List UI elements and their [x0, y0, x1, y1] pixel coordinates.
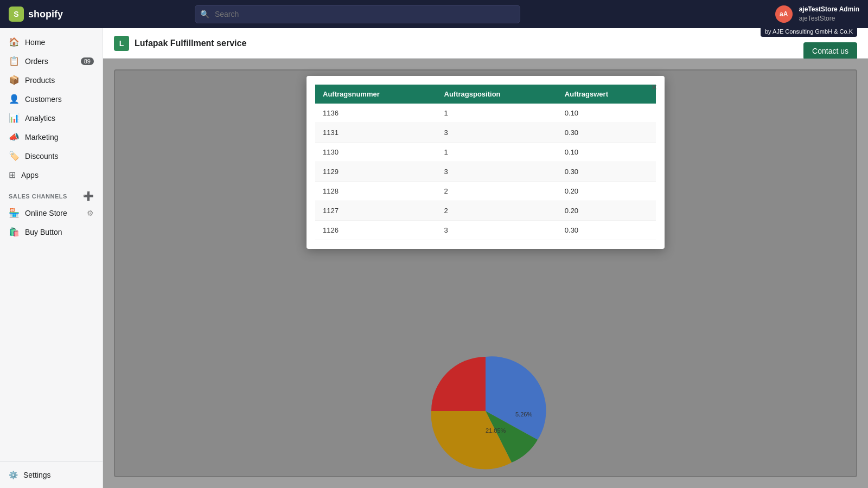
- contact-tooltip: by AJE Consulting GmbH & Co.K: [761, 28, 857, 37]
- app-frame: 5.26% 21.05% × Auftragsnummer Auftragspo…: [114, 69, 857, 477]
- table-cell: 1: [437, 104, 557, 123]
- top-navigation: S shopify 🔍 aA ajeTestStore Admin ajeTes…: [0, 0, 868, 28]
- sidebar: 🏠 Home 📋 Orders 89 📦 Products 👤 Customer…: [0, 28, 103, 488]
- table-cell: 3: [437, 123, 557, 143]
- table-cell: 0.10: [557, 143, 656, 162]
- orders-table: Auftragsnummer Auftragsposition Auftrags…: [315, 85, 656, 240]
- modal-overlay: × Auftragsnummer Auftragsposition Auftra…: [115, 70, 856, 476]
- table-row[interactable]: 113610.10: [315, 104, 656, 123]
- sidebar-item-marketing[interactable]: 📣 Marketing: [0, 127, 103, 146]
- col-header-auftragsposition: Auftragsposition: [437, 85, 557, 104]
- app-header: L Lufapak Fulfillment service by AJE Con…: [103, 28, 868, 59]
- shopify-logo-text: shopify: [28, 9, 63, 20]
- sidebar-item-orders[interactable]: 📋 Orders 89: [0, 52, 103, 70]
- online-store-settings-icon[interactable]: ⚙: [87, 209, 94, 217]
- sidebar-item-analytics[interactable]: 📊 Analytics: [0, 108, 103, 127]
- contact-button[interactable]: Contact us: [803, 42, 857, 60]
- customers-icon: 👤: [9, 94, 20, 104]
- sidebar-item-settings[interactable]: ⚙️ Settings: [0, 466, 103, 484]
- online-store-icon: 🏪: [9, 208, 20, 218]
- table-body: 113610.10113130.30113010.10112930.301128…: [315, 104, 656, 240]
- table-row[interactable]: 112820.20: [315, 182, 656, 201]
- search-input[interactable]: [195, 5, 520, 23]
- table-cell: 0.30: [557, 123, 656, 143]
- sales-channels-title: SALES CHANNELS: [9, 193, 67, 200]
- sidebar-label-products: Products: [25, 76, 55, 85]
- user-info: ajeTestStore Admin ajeTestStore: [799, 5, 859, 23]
- sidebar-label-online-store: Online Store: [25, 209, 67, 217]
- user-name: ajeTestStore Admin: [799, 5, 859, 14]
- shopify-logo-icon: S: [9, 7, 24, 22]
- table-row[interactable]: 112630.30: [315, 221, 656, 240]
- table-row[interactable]: 112930.30: [315, 162, 656, 182]
- nav-right: aA ajeTestStore Admin ajeTestStore: [775, 5, 859, 23]
- app-title-area: L Lufapak Fulfillment service: [114, 36, 246, 51]
- table-cell: 1130: [315, 143, 437, 162]
- table-cell: 1: [437, 143, 557, 162]
- table-cell: 1136: [315, 104, 437, 123]
- sidebar-label-orders: Orders: [25, 57, 48, 66]
- table-header-row: Auftragsnummer Auftragsposition Auftrags…: [315, 85, 656, 104]
- table-row[interactable]: 113010.10: [315, 143, 656, 162]
- table-cell: 3: [437, 221, 557, 240]
- modal-dialog: × Auftragsnummer Auftragsposition Auftra…: [307, 76, 665, 249]
- marketing-icon: 📣: [9, 132, 20, 142]
- search-icon: 🔍: [200, 10, 209, 18]
- discounts-icon: 🏷️: [9, 151, 20, 161]
- table-cell: 0.30: [557, 162, 656, 182]
- sidebar-item-apps[interactable]: ⊞ Apps: [0, 165, 103, 184]
- main-layout: 🏠 Home 📋 Orders 89 📦 Products 👤 Customer…: [0, 28, 868, 488]
- settings-icon: ⚙️: [9, 471, 18, 479]
- shopify-logo[interactable]: S shopify: [9, 7, 63, 22]
- table-cell: 0.20: [557, 201, 656, 221]
- table-cell: 1131: [315, 123, 437, 143]
- avatar[interactable]: aA: [775, 5, 793, 23]
- app-content: 5.26% 21.05% × Auftragsnummer Auftragspo…: [103, 59, 868, 488]
- sidebar-item-discounts[interactable]: 🏷️ Discounts: [0, 146, 103, 165]
- content-area: L Lufapak Fulfillment service by AJE Con…: [103, 28, 868, 488]
- sidebar-label-settings: Settings: [23, 471, 51, 479]
- table-cell: 2: [437, 182, 557, 201]
- user-store: ajeTestStore: [799, 14, 859, 23]
- table-cell: 3: [437, 162, 557, 182]
- sidebar-label-buy-button: Buy Button: [25, 228, 62, 236]
- sidebar-bottom: ⚙️ Settings: [0, 461, 103, 484]
- table-cell: 1127: [315, 201, 437, 221]
- sidebar-item-customers[interactable]: 👤 Customers: [0, 89, 103, 108]
- sidebar-item-products[interactable]: 📦 Products: [0, 70, 103, 89]
- add-channel-icon[interactable]: ➕: [83, 191, 94, 201]
- orders-badge: 89: [81, 57, 94, 65]
- sidebar-item-home[interactable]: 🏠 Home: [0, 33, 103, 52]
- sidebar-item-online-store[interactable]: 🏪 Online Store ⚙: [0, 203, 103, 222]
- modal-close-button[interactable]: ×: [651, 82, 657, 92]
- buy-button-icon: 🛍️: [9, 227, 20, 237]
- col-header-auftragswert: Auftragswert: [557, 85, 656, 104]
- table-row[interactable]: 113130.30: [315, 123, 656, 143]
- analytics-icon: 📊: [9, 113, 20, 123]
- search-bar: 🔍: [195, 5, 520, 23]
- sidebar-label-customers: Customers: [25, 95, 62, 104]
- table-cell: 1126: [315, 221, 437, 240]
- sales-channels-section: SALES CHANNELS ➕: [0, 184, 103, 203]
- table-cell: 0.20: [557, 182, 656, 201]
- apps-icon: ⊞: [9, 170, 16, 180]
- sidebar-label-analytics: Analytics: [25, 114, 55, 123]
- app-title: Lufapak Fulfillment service: [135, 38, 246, 48]
- sidebar-label-marketing: Marketing: [25, 133, 58, 142]
- sidebar-label-discounts: Discounts: [25, 152, 58, 160]
- table-cell: 0.10: [557, 104, 656, 123]
- table-cell: 1128: [315, 182, 437, 201]
- products-icon: 📦: [9, 75, 20, 85]
- table-row[interactable]: 112720.20: [315, 201, 656, 221]
- table-cell: 0.30: [557, 221, 656, 240]
- contact-area: by AJE Consulting GmbH & Co.K Contact us: [803, 28, 857, 60]
- sidebar-label-apps: Apps: [21, 171, 39, 179]
- home-icon: 🏠: [9, 37, 20, 47]
- orders-icon: 📋: [9, 56, 20, 66]
- sidebar-label-home: Home: [25, 38, 45, 47]
- table-cell: 2: [437, 201, 557, 221]
- table-cell: 1129: [315, 162, 437, 182]
- sidebar-item-buy-button[interactable]: 🛍️ Buy Button: [0, 222, 103, 241]
- col-header-auftragsnummer: Auftragsnummer: [315, 85, 437, 104]
- app-logo: L: [114, 36, 129, 51]
